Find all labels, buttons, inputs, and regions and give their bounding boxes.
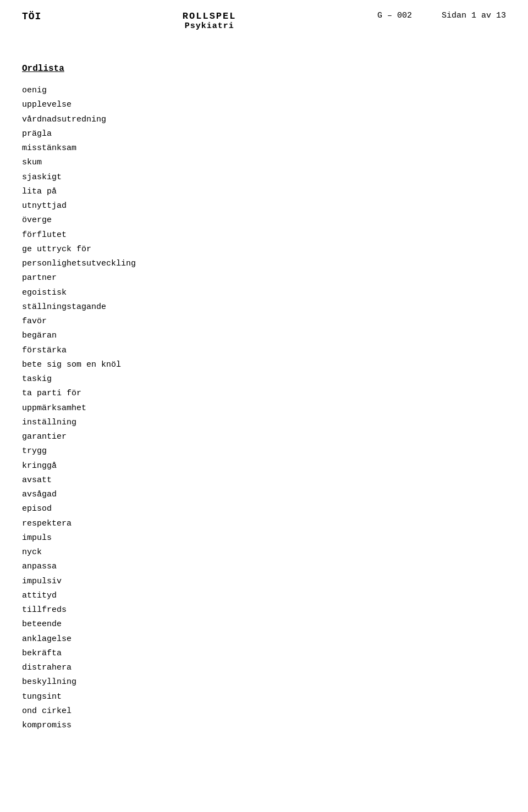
header: TÖI ROLLSPEL Psykiatri G – 002 Sidan 1 a… [22,11,506,31]
list-item: lita på [22,185,506,199]
list-item: ställningstagande [22,300,506,314]
list-item: begäran [22,329,506,343]
list-item: impuls [22,531,506,545]
header-main-title: ROLLSPEL [183,11,237,21]
header-page-info: Sidan 1 av 13 [442,11,506,20]
list-item: ond cirkel [22,704,506,719]
list-item: inställning [22,416,506,430]
header-right: G – 002 Sidan 1 av 13 [377,11,506,20]
list-item: trygg [22,444,506,459]
list-item: förstärka [22,344,506,358]
list-item: distrahera [22,661,506,675]
list-item: anpassa [22,560,506,574]
list-item: taskig [22,372,506,386]
content: Ordlista oenigupplevelsevårdnadsutrednin… [22,64,506,733]
word-list: oenigupplevelsevårdnadsutredningpräglami… [22,84,506,733]
list-item: attityd [22,589,506,603]
list-item: impulsiv [22,575,506,589]
list-item: uppmärksamhet [22,401,506,416]
list-item: prägla [22,127,506,141]
list-item: utnyttjad [22,199,506,213]
list-item: upplevelse [22,98,506,112]
list-item: beskyllning [22,675,506,689]
list-item: kringgå [22,459,506,473]
list-item: tillfreds [22,603,506,617]
list-item: avsågad [22,488,506,502]
list-item: tungsint [22,690,506,704]
list-item: respektera [22,517,506,531]
list-item: skum [22,156,506,170]
list-item: nyck [22,545,506,560]
list-item: sjaskigt [22,170,506,185]
list-item: överge [22,213,506,228]
list-item: bekräfta [22,647,506,661]
list-item: episod [22,502,506,516]
list-item: kompromiss [22,719,506,733]
list-item: egoistisk [22,286,506,300]
header-center: ROLLSPEL Psykiatri [183,11,237,31]
list-item: ta parti för [22,386,506,401]
list-item: beteende [22,617,506,632]
list-item: förflutet [22,228,506,242]
list-item: avsatt [22,473,506,488]
list-item: anklagelse [22,632,506,647]
list-item: misstänksam [22,141,506,156]
list-item: oenig [22,84,506,98]
page: TÖI ROLLSPEL Psykiatri G – 002 Sidan 1 a… [0,0,528,812]
list-item: vårdnadsutredning [22,113,506,127]
list-item: garantier [22,430,506,444]
list-item: ge uttryck för [22,242,506,257]
header-code: G – 002 [377,11,412,20]
header-sub-title: Psykiatri [183,21,237,31]
header-logo: TÖI [22,11,41,22]
list-item: bete sig som en knöl [22,358,506,372]
list-item: favör [22,314,506,329]
list-item: personlighetsutveckling [22,257,506,271]
list-item: partner [22,271,506,285]
section-title: Ordlista [22,64,506,74]
